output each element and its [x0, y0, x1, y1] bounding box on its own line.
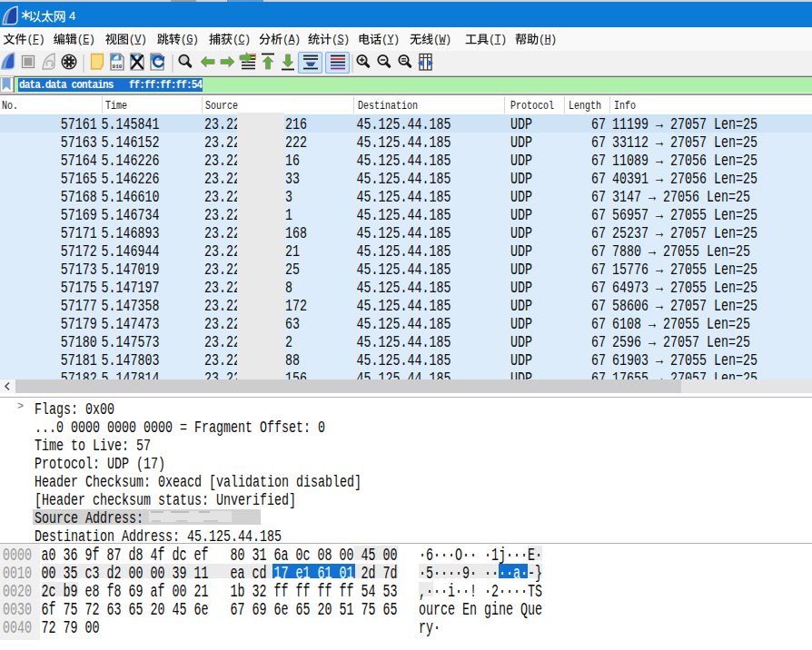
svg-text:010: 010 [113, 64, 123, 70]
